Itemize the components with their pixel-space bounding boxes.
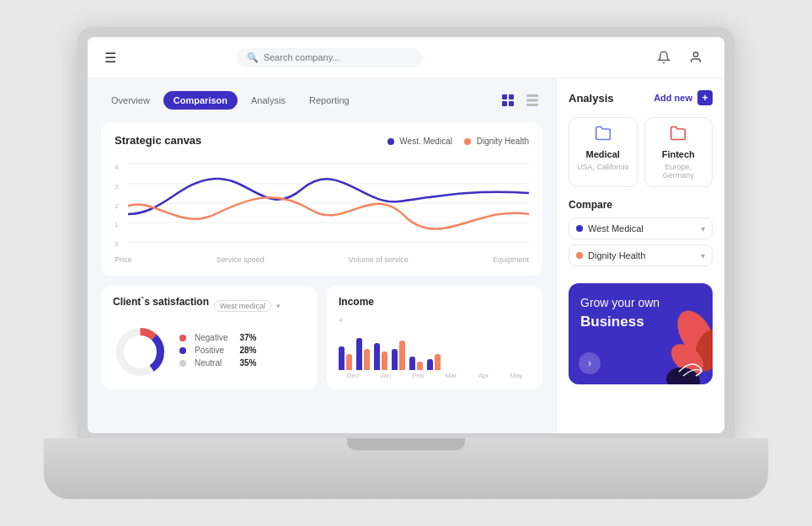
bar-apr (409, 357, 423, 370)
legend-dignity-health: Dignity Health (464, 137, 529, 146)
grid-view-button[interactable] (498, 90, 518, 110)
medical-card-sub: USA, California (577, 163, 629, 171)
menu-icon[interactable]: ☰ (104, 50, 116, 66)
donut-chart (113, 325, 168, 379)
tab-overview[interactable]: Overview (101, 91, 160, 110)
tab-comparison[interactable]: Comparison (163, 91, 238, 110)
chart-legend: West. Medical Dignity Health (387, 137, 529, 146)
laptop-wrapper: ☰ 🔍 (44, 27, 768, 499)
satisfaction-title: Client`s satisfaction (113, 296, 209, 308)
svg-rect-3 (502, 101, 507, 106)
app-main: Overview Comparison Analysis Reporting (88, 78, 724, 433)
compare-west-medical[interactable]: West Medical ▾ (569, 217, 713, 239)
svg-rect-6 (526, 99, 538, 102)
compare-title: Compare (569, 199, 713, 211)
laptop-base (44, 438, 768, 499)
tab-analysis[interactable]: Analysis (241, 91, 296, 110)
header-icons (652, 46, 708, 69)
chevron-down-icon: ▾ (701, 224, 705, 233)
app-header: ☰ 🔍 (88, 37, 724, 78)
fintech-card-name: Fintech (662, 149, 695, 159)
bar-mar (392, 341, 405, 370)
medical-card-name: Medical (586, 149, 620, 159)
bar-feb (374, 343, 387, 370)
promo-arrow-button[interactable]: › (579, 352, 601, 374)
satisfaction-filter[interactable]: West medical (214, 300, 271, 312)
analysis-card-fintech[interactable]: Fintech Europe, Germany (644, 117, 713, 187)
view-toggle (498, 90, 542, 110)
tabs-bar: Overview Comparison Analysis Reporting (101, 90, 542, 110)
svg-rect-2 (509, 94, 514, 99)
legend-positive: Positive 28% (179, 346, 256, 355)
x-axis-labels: Price Service speed Volume of service Eq… (115, 255, 529, 264)
bar-may (427, 354, 441, 370)
notification-button[interactable] (652, 46, 676, 69)
svg-rect-5 (526, 94, 538, 97)
compare-section: Compare West Medical ▾ Dignity Health ▾ (569, 199, 713, 271)
legend-neutral: Neutral 35% (179, 358, 256, 368)
search-bar[interactable]: 🔍 (237, 48, 422, 67)
user-button[interactable] (684, 46, 708, 69)
bar-dec (339, 346, 352, 370)
promo-business: Business (580, 312, 701, 332)
promo-card: Grow your own Business › (569, 283, 713, 384)
add-icon: + (697, 90, 713, 105)
income-title: Income (339, 296, 531, 308)
analysis-cards: Medical USA, California Fintech Europe, … (569, 117, 713, 187)
strategic-canvas-title: Strategic canvas (115, 134, 201, 147)
search-input[interactable] (264, 52, 365, 62)
income-bar-chart: 4 (339, 316, 531, 379)
income-x-labels: Dec Jan Feb Mar Apr May (339, 372, 531, 379)
satisfaction-content: Negative 37% Positive 28% (113, 325, 305, 379)
canvas-svg (128, 155, 529, 252)
analysis-panel-title: Analysis (569, 92, 613, 105)
add-new-button[interactable]: Add new + (654, 90, 713, 105)
content-area: Overview Comparison Analysis Reporting (88, 78, 556, 433)
legend-west-medical: West. Medical (387, 137, 452, 146)
legend-negative: Negative 37% (179, 333, 256, 342)
income-bars (339, 325, 531, 372)
laptop-screen: ☰ 🔍 (77, 27, 735, 440)
tab-reporting[interactable]: Reporting (299, 91, 360, 110)
fintech-card-sub: Europe, Germany (652, 163, 706, 180)
strategic-canvas-chart: 43210 (115, 155, 529, 255)
satisfaction-filter-arrow: ▾ (276, 302, 280, 310)
analysis-card-medical[interactable]: Medical USA, California (569, 117, 638, 187)
list-view-button[interactable] (522, 90, 542, 110)
right-panel: Analysis Add new + (556, 78, 724, 433)
svg-rect-1 (502, 94, 507, 99)
compare-dignity-health[interactable]: Dignity Health ▾ (569, 244, 713, 266)
search-icon: 🔍 (247, 52, 259, 63)
income-card: Income 4 (327, 286, 542, 389)
client-satisfaction-card: Client`s satisfaction West medical ▾ (101, 286, 317, 389)
bottom-cards: Client`s satisfaction West medical ▾ (101, 286, 542, 389)
svg-rect-7 (526, 104, 538, 106)
y-axis: 43210 (115, 164, 118, 248)
strategic-canvas-card: Strategic canvas West. Medical Dignity H… (101, 122, 542, 276)
svg-rect-4 (509, 101, 514, 106)
promo-text: Grow your own Business (580, 295, 701, 331)
chevron-down-icon-2: ▾ (701, 251, 705, 260)
bar-jan (356, 338, 370, 370)
app-container: ☰ 🔍 (88, 37, 724, 433)
medical-folder-icon (595, 125, 612, 146)
analysis-header: Analysis Add new + (569, 90, 713, 105)
satisfaction-legend: Negative 37% Positive 28% (179, 333, 256, 371)
fintech-folder-icon (670, 125, 686, 146)
svg-point-0 (693, 52, 697, 56)
